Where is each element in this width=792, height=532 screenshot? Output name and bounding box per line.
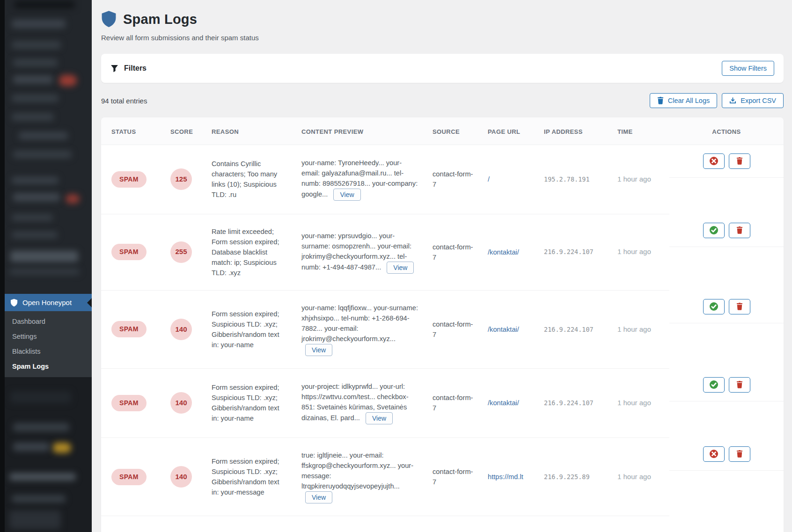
column-header-time: TIME [611, 117, 669, 145]
export-csv-button[interactable]: Export CSV [722, 93, 784, 108]
column-header-status: STATUS [101, 117, 164, 145]
ip-address-cell: 216.9.224.107 [537, 291, 611, 369]
reason-cell: Form session expired; Suspicious TLD: .x… [205, 291, 295, 369]
table-row: SPAM 140 Form session expired; Suspiciou… [101, 438, 784, 516]
delete-row-button[interactable] [729, 223, 750, 238]
primary-action-button[interactable] [703, 153, 725, 169]
primary-action-button[interactable] [703, 446, 725, 462]
sidebar-item-open-honeypot[interactable]: Open Honeypot [5, 294, 92, 311]
page-url-link[interactable]: /kontaktai/ [488, 324, 519, 335]
reason-cell: Rate limit exceeded; Form session expire… [205, 214, 295, 291]
clear-all-logs-button[interactable]: Clear All Logs [650, 93, 717, 108]
x-circle-icon [709, 449, 719, 459]
trash-icon [736, 303, 743, 310]
delete-row-button[interactable] [729, 377, 750, 393]
delete-row-button[interactable] [729, 153, 750, 169]
page-header: Spam Logs [101, 10, 784, 28]
content-preview-text: true: igltljneie... your-email: ffskgrop… [301, 452, 413, 490]
trash-icon [736, 157, 743, 165]
view-button[interactable]: View [387, 262, 414, 274]
content-preview-cell: true: igltljneie... your-email: ffskgrop… [295, 438, 426, 516]
column-header-source: SOURCE [426, 117, 481, 145]
plugin-menu-open-honeypot: Open Honeypot Dashboard Settings Blackli… [5, 294, 92, 379]
delete-row-button[interactable] [729, 446, 750, 462]
table-row: SPAM 255 Rate limit exceeded; Form sessi… [101, 214, 784, 291]
column-header-reason: REASON [205, 117, 295, 145]
content-preview-cell: your-name: yprsuvdgio... your-surname: o… [295, 214, 426, 291]
plugin-submenu: Dashboard Settings Blacklists Spam Logs [5, 311, 92, 379]
sidebar-item-dashboard[interactable]: Dashboard [5, 314, 92, 329]
wp-admin-sidebar: Open Honeypot Dashboard Settings Blackli… [0, 0, 92, 532]
table-row: SPAM 140 Form session expired; Suspiciou… [101, 369, 784, 438]
source-text: contact-form-7 [433, 319, 475, 340]
ip-address-cell: 216.9.224.107 [537, 214, 611, 291]
status-cell: SPAM [101, 369, 164, 438]
table-row: SPAM 125 Contains Cyrillic characters; T… [101, 145, 784, 214]
score-badge: 255 [170, 241, 192, 263]
trash-icon [736, 450, 743, 458]
table-next-row-partial [101, 516, 784, 532]
spam-logs-page: Spam Logs Review all form submissions an… [92, 0, 792, 532]
show-filters-button[interactable]: Show Filters [722, 61, 774, 76]
view-button[interactable]: View [333, 189, 360, 201]
reason-cell: Form session expired; Suspicious TLD: .x… [205, 438, 295, 516]
score-badge: 140 [170, 319, 192, 340]
trash-icon [736, 226, 743, 234]
ip-address-cell: 216.9.224.107 [537, 369, 611, 438]
score-cell: 140 [164, 438, 205, 516]
source-cell: contact-form-7 [426, 438, 481, 516]
trash-icon [657, 97, 664, 104]
actions-cell [669, 438, 784, 516]
view-button[interactable]: View [366, 412, 393, 424]
primary-action-button[interactable] [703, 377, 725, 393]
time-text: 1 hour ago [617, 398, 651, 408]
column-header-ip-address: IP ADDRESS [537, 117, 611, 145]
status-badge: SPAM [111, 244, 147, 260]
page-url-link[interactable]: / [488, 174, 490, 184]
time-text: 1 hour ago [617, 174, 651, 185]
sidebar-item-settings[interactable]: Settings [5, 329, 92, 344]
x-circle-icon [709, 156, 719, 166]
score-badge: 140 [170, 466, 192, 488]
status-cell: SPAM [101, 291, 164, 369]
score-badge: 140 [170, 392, 192, 414]
reason-cell: Contains Cyrillic characters; Too many l… [205, 145, 295, 214]
notification-badge-red [66, 194, 80, 204]
primary-action-button[interactable] [703, 299, 725, 314]
sidebar-item-blacklists[interactable]: Blacklists [5, 344, 92, 359]
check-circle-icon [709, 226, 719, 235]
source-cell: contact-form-7 [426, 291, 481, 369]
check-circle-icon [709, 380, 719, 389]
ip-address-cell: 216.9.225.89 [537, 438, 611, 516]
reason-text: Form session expired; Suspicious TLD: .x… [212, 456, 288, 497]
source-text: contact-form-7 [433, 242, 475, 262]
plugin-menu-title: Open Honeypot [22, 299, 72, 306]
time-cell: 1 hour ago [611, 438, 669, 516]
time-text: 1 hour ago [617, 472, 651, 482]
status-cell: SPAM [101, 214, 164, 291]
sidebar-blurred-menu-top [5, 0, 92, 294]
delete-row-button[interactable] [729, 299, 750, 314]
column-header-content-preview: CONTENT PREVIEW [295, 117, 426, 145]
source-text: contact-form-7 [433, 393, 475, 413]
primary-action-button[interactable] [703, 223, 725, 238]
filters-title: Filters [124, 64, 147, 73]
view-button[interactable]: View [305, 491, 332, 503]
shield-icon [10, 299, 18, 307]
trash-icon [736, 381, 743, 388]
view-button[interactable]: View [305, 344, 332, 356]
status-cell: SPAM [101, 145, 164, 214]
score-cell: 125 [164, 145, 205, 214]
sidebar-item-spam-logs[interactable]: Spam Logs [5, 359, 92, 374]
notification-badge-red [59, 75, 77, 86]
total-entries-label: 94 total entries [101, 97, 147, 105]
page-url-link[interactable]: https://md.lt [488, 472, 523, 482]
check-circle-icon [709, 302, 719, 311]
page-url-cell: /kontaktai/ [481, 291, 537, 369]
status-badge: SPAM [111, 395, 147, 411]
table-toolbar: 94 total entries Clear All Logs Export C… [101, 93, 784, 108]
reason-text: Contains Cyrillic characters; Too many l… [212, 159, 288, 200]
time-cell: 1 hour ago [611, 214, 669, 291]
page-url-link[interactable]: /kontaktai/ [488, 247, 519, 257]
page-url-link[interactable]: /kontaktai/ [488, 398, 519, 408]
